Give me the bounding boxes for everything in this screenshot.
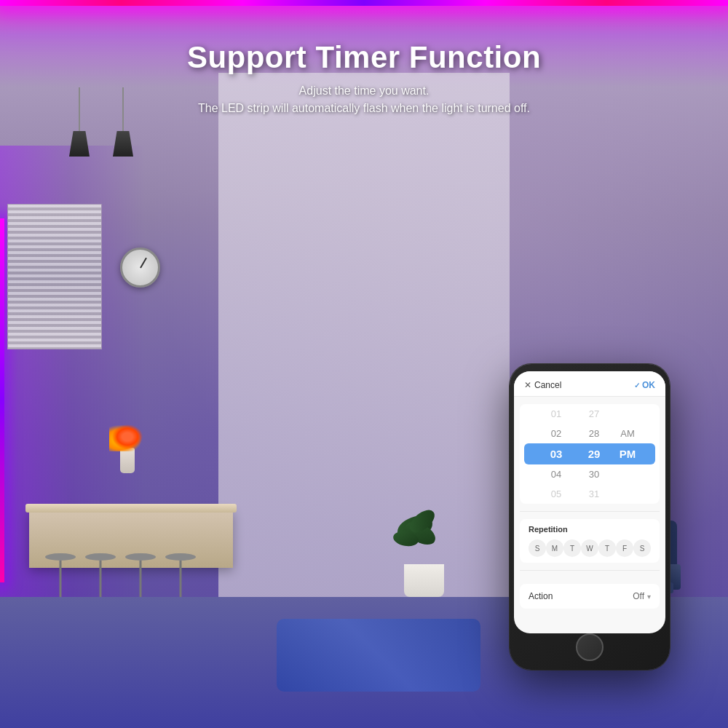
cancel-label: Cancel bbox=[534, 380, 561, 390]
minute-5: 31 bbox=[575, 487, 613, 501]
flower-vase bbox=[120, 448, 135, 473]
hour-selected: 03 bbox=[537, 446, 575, 462]
day-sunday[interactable]: S bbox=[529, 539, 546, 557]
header-section: Support Timer Function Adjust the time y… bbox=[0, 40, 728, 117]
picker-row-5: 05 31 AM bbox=[520, 484, 660, 504]
subtitle-line2: The LED strip will automatically flash w… bbox=[198, 102, 530, 114]
picker-row-1: 01 27 AM bbox=[520, 404, 660, 424]
divider-2 bbox=[520, 570, 660, 571]
ampm-selected: PM bbox=[613, 446, 642, 462]
cancel-x-icon: ✕ bbox=[524, 380, 531, 390]
day-friday[interactable]: F bbox=[616, 539, 633, 557]
minute-selected: 29 bbox=[575, 446, 613, 462]
minute-1: 27 bbox=[575, 407, 613, 421]
minute-4: 30 bbox=[575, 467, 613, 481]
repetition-label: Repetition bbox=[529, 525, 651, 534]
ok-button[interactable]: ✓ OK bbox=[634, 380, 655, 390]
cancel-button[interactable]: ✕ Cancel bbox=[524, 380, 561, 390]
divider-1 bbox=[520, 511, 660, 512]
picker-row-selected: 03 29 PM bbox=[524, 443, 655, 464]
picker-row-2: 02 28 AM bbox=[520, 424, 660, 443]
plant bbox=[404, 564, 444, 597]
day-monday[interactable]: M bbox=[546, 539, 563, 557]
window-blinds bbox=[7, 204, 102, 349]
hour-4: 04 bbox=[537, 467, 575, 481]
ampm-4: PM bbox=[613, 467, 642, 481]
ampm-2: AM bbox=[613, 427, 642, 440]
picker-rows: 01 27 AM 02 28 AM 03 29 bbox=[520, 404, 660, 504]
phone: ✕ Cancel ✓ OK 01 27 AM bbox=[510, 364, 670, 670]
hour-5: 05 bbox=[537, 487, 575, 501]
wall-clock bbox=[120, 248, 160, 288]
day-saturday[interactable]: S bbox=[633, 539, 651, 557]
phone-container: ✕ Cancel ✓ OK 01 27 AM bbox=[510, 364, 670, 670]
curtains bbox=[218, 73, 510, 619]
action-label: Action bbox=[529, 591, 553, 601]
home-button[interactable] bbox=[576, 633, 604, 661]
day-wednesday[interactable]: W bbox=[581, 539, 598, 557]
ampm-1: AM bbox=[613, 407, 642, 421]
action-value-text: Off bbox=[633, 591, 644, 601]
hour-1: 01 bbox=[537, 407, 575, 421]
chevron-down-icon: ▾ bbox=[647, 593, 651, 601]
phone-screen: ✕ Cancel ✓ OK 01 27 AM bbox=[514, 371, 665, 633]
app-header: ✕ Cancel ✓ OK bbox=[514, 371, 665, 397]
subtitle: Adjust the time you want. The LED strip … bbox=[0, 82, 728, 117]
checkmark-icon: ✓ bbox=[634, 381, 640, 389]
picker-row-4: 04 30 PM bbox=[520, 464, 660, 484]
repetition-section: Repetition S M T W T F S bbox=[520, 519, 660, 563]
app-screen: ✕ Cancel ✓ OK 01 27 AM bbox=[514, 371, 665, 633]
day-tuesday[interactable]: T bbox=[563, 539, 581, 557]
action-section[interactable]: Action Off ▾ bbox=[520, 584, 660, 609]
minute-2: 28 bbox=[575, 427, 613, 440]
days-row[interactable]: S M T W T F S bbox=[529, 539, 651, 557]
rug bbox=[277, 619, 480, 692]
hour-2: 02 bbox=[537, 427, 575, 440]
ok-label: OK bbox=[642, 380, 655, 390]
day-thursday[interactable]: T bbox=[598, 539, 616, 557]
time-picker[interactable]: 01 27 AM 02 28 AM 03 29 bbox=[520, 404, 660, 504]
main-title: Support Timer Function bbox=[0, 40, 728, 75]
subtitle-line1: Adjust the time you want. bbox=[299, 84, 430, 97]
ampm-5: AM bbox=[613, 487, 642, 501]
action-value-container[interactable]: Off ▾ bbox=[633, 591, 651, 601]
